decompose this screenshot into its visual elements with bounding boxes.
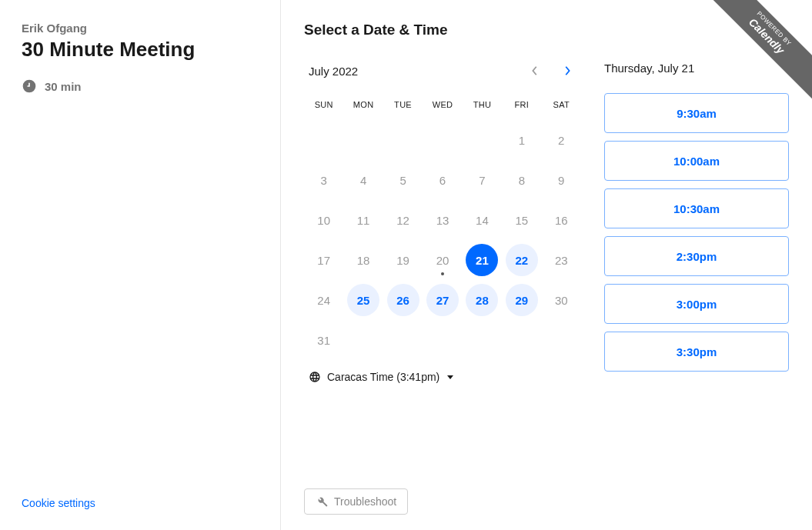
calendar-day: 1	[506, 124, 538, 156]
calendar-day-cell	[542, 320, 581, 360]
calendar-day-cell[interactable]: 21	[463, 240, 502, 280]
troubleshoot-label: Troubleshoot	[334, 495, 396, 508]
calendar-day[interactable]: 26	[387, 284, 419, 316]
calendar-day-cell: 20	[423, 240, 462, 280]
chevron-right-icon	[563, 65, 571, 76]
calendar-day-cell[interactable]: 25	[343, 280, 383, 320]
event-details-panel: Erik Ofgang 30 Minute Meeting 30 min Coo…	[0, 0, 281, 530]
duration-text: 30 min	[45, 80, 82, 93]
globe-icon	[309, 371, 321, 383]
calendar-dow: THU	[463, 94, 502, 120]
calendar-day-cell: 15	[502, 200, 541, 240]
calendar-day-cell: 17	[304, 240, 343, 280]
calendar-day: 11	[347, 204, 379, 236]
calendar-day-cell	[383, 320, 423, 360]
calendar-day: 7	[466, 164, 498, 196]
calendar-dow: FRI	[502, 94, 541, 120]
calendar-day: 18	[347, 244, 379, 276]
calendar-day[interactable]: 27	[426, 284, 459, 316]
calendar-day: 2	[545, 124, 577, 156]
calendar-day-cell: 9	[542, 160, 581, 200]
calendar-day: 10	[308, 204, 340, 236]
today-indicator	[441, 272, 444, 275]
time-slot-button[interactable]: 9:30am	[604, 93, 789, 133]
calendar-day-cell[interactable]: 27	[423, 280, 462, 320]
calendar-day: 5	[387, 164, 419, 196]
time-slot-button[interactable]: 3:30pm	[604, 332, 789, 372]
calendar-day-cell	[423, 320, 462, 360]
chevron-left-icon	[531, 65, 539, 76]
booking-panel: Select a Date & Time July 2022 SUNMONTUE	[281, 0, 812, 530]
page-title: Select a Date & Time	[304, 22, 789, 38]
calendar-day: 13	[426, 204, 459, 236]
host-name: Erik Ofgang	[22, 22, 259, 35]
calendar-day-cell: 23	[542, 240, 581, 280]
calendar-day-cell: 1	[502, 120, 541, 160]
calendar-dow: SUN	[304, 94, 343, 120]
timezone-label: Caracas Time (3:41pm)	[327, 371, 439, 383]
calendar-day[interactable]: 22	[506, 244, 538, 276]
calendar-day-cell: 14	[463, 200, 502, 240]
calendar-day-cell	[383, 120, 423, 160]
calendar-day-cell	[343, 120, 383, 160]
time-slot-button[interactable]: 10:00am	[604, 141, 789, 181]
calendar-day-cell: 10	[304, 200, 343, 240]
calendar-day-cell	[463, 320, 502, 360]
calendar-day: 3	[308, 164, 340, 196]
calendar-day: 15	[506, 204, 538, 236]
calendar-day-cell: 3	[304, 160, 343, 200]
calendar-day-cell: 8	[502, 160, 541, 200]
calendar-dow: SAT	[542, 94, 581, 120]
calendar-day-cell[interactable]: 29	[502, 280, 541, 320]
calendar-day-cell[interactable]: 28	[463, 280, 502, 320]
calendar-grid: SUNMONTUEWEDTHUFRISAT1234567891011121314…	[304, 94, 581, 360]
calendar-day-cell: 30	[542, 280, 581, 320]
calendar-day-cell: 6	[423, 160, 462, 200]
calendar-day: 12	[387, 204, 419, 236]
caret-down-icon	[447, 375, 453, 379]
calendar-month-label: July 2022	[309, 65, 358, 78]
calendar-day-cell	[343, 320, 383, 360]
calendar-day: 23	[545, 244, 577, 276]
wrench-icon	[316, 495, 328, 508]
time-slots-panel: Thursday, July 21 9:30am10:00am10:30am2:…	[604, 62, 789, 383]
selected-date-label: Thursday, July 21	[604, 62, 789, 75]
time-slot-button[interactable]: 3:00pm	[604, 284, 789, 324]
next-month-button[interactable]	[558, 62, 576, 80]
prev-month-button[interactable]	[526, 62, 544, 80]
cookie-settings-link[interactable]: Cookie settings	[22, 497, 95, 509]
calendar-day[interactable]: 29	[506, 284, 538, 316]
calendar-day-cell: 19	[383, 240, 423, 280]
calendar-day-cell: 18	[343, 240, 383, 280]
calendar: July 2022 SUNMONTUEWEDTHUFRISAT123456789…	[304, 62, 581, 383]
timezone-selector[interactable]: Caracas Time (3:41pm)	[304, 371, 581, 383]
time-slot-list: 9:30am10:00am10:30am2:30pm3:00pm3:30pm	[604, 93, 789, 372]
troubleshoot-button[interactable]: Troubleshoot	[304, 488, 408, 515]
calendar-day-cell	[463, 120, 502, 160]
calendar-day: 4	[347, 164, 379, 196]
time-slot-button[interactable]: 2:30pm	[604, 236, 789, 276]
calendar-day-cell[interactable]: 26	[383, 280, 423, 320]
calendar-day[interactable]: 28	[466, 284, 498, 316]
calendar-day-cell: 2	[542, 120, 581, 160]
calendar-day-cell: 11	[343, 200, 383, 240]
calendar-dow: MON	[343, 94, 383, 120]
calendar-day-cell: 7	[463, 160, 502, 200]
calendar-day-cell[interactable]: 22	[502, 240, 541, 280]
calendar-day: 20	[426, 244, 459, 276]
calendar-day: 31	[308, 324, 340, 356]
calendar-day-cell	[304, 120, 343, 160]
calendar-day: 19	[387, 244, 419, 276]
calendar-day: 8	[506, 164, 538, 196]
calendar-day-cell	[502, 320, 541, 360]
calendar-day-cell: 31	[304, 320, 343, 360]
calendar-day: 14	[466, 204, 498, 236]
time-slot-button[interactable]: 10:30am	[604, 188, 789, 228]
meeting-title: 30 Minute Meeting	[22, 38, 259, 62]
calendar-day: 16	[545, 204, 577, 236]
calendar-day: 9	[545, 164, 577, 196]
calendar-day[interactable]: 21	[466, 244, 498, 276]
clock-icon	[22, 78, 37, 94]
calendar-day[interactable]: 25	[347, 284, 379, 316]
calendar-day: 6	[426, 164, 459, 196]
